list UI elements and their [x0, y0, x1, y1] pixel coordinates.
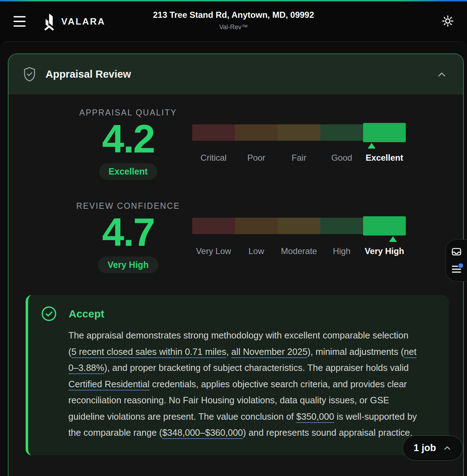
- recommendation-card: Accept The appraisal demonstrates strong…: [26, 295, 449, 455]
- scale-segment: [192, 124, 235, 141]
- product-name: Val-Rev™: [105, 24, 362, 31]
- header-title-block: 213 Tree Stand Rd, Anytown, MD, 09992 Va…: [105, 10, 362, 31]
- scale-label: Low: [235, 246, 278, 256]
- jobs-button[interactable]: 1 job: [403, 435, 463, 461]
- confidence-scale: Very LowLowModerateHighVery High: [192, 216, 406, 256]
- scale-segment: [363, 123, 406, 142]
- scale-segment: [235, 124, 278, 141]
- scale-segment: [192, 218, 235, 234]
- recommendation-text-segment: ), and proper bracketing of subject char…: [104, 363, 409, 373]
- theme-toggle-button[interactable]: [441, 15, 454, 29]
- collapse-chevron-icon[interactable]: [436, 69, 447, 80]
- brand: VALARA: [41, 12, 105, 31]
- app-header: VALARA 213 Tree Stand Rd, Anytown, MD, 0…: [0, 1, 467, 41]
- content-panel: Appraisal Review APPRAISAL QUALITY 4.2 E…: [0, 41, 467, 476]
- scale-segment: [320, 218, 363, 234]
- confidence-label: REVIEW CONFIDENCE: [73, 201, 183, 211]
- floating-toolbar: [446, 239, 467, 281]
- scale-label: High: [320, 246, 363, 256]
- inbox-icon: [451, 246, 462, 257]
- scale-segment: [235, 218, 278, 234]
- check-circle-icon: [41, 306, 57, 322]
- quality-scale-labels: CriticalPoorFairGoodExcellent: [192, 153, 406, 163]
- quality-pointer-icon: [368, 143, 376, 149]
- recommendation-title: Accept: [69, 308, 104, 320]
- menu-button[interactable]: [14, 16, 26, 27]
- confidence-scale-labels: Very LowLowModerateHighVery High: [192, 246, 406, 256]
- recommendation-text-segment: ), minimal adjustments (: [308, 347, 404, 357]
- scale-label: Good: [320, 153, 363, 163]
- queue-button[interactable]: [451, 264, 462, 275]
- scale-label: Poor: [235, 153, 278, 163]
- scale-segment: [278, 124, 320, 141]
- reference-link[interactable]: all November 2025: [231, 347, 308, 357]
- scale-label: Moderate: [278, 246, 320, 256]
- sun-icon: [441, 15, 454, 27]
- notification-dot: [458, 263, 463, 268]
- scale-segment: [278, 218, 320, 234]
- recommendation-text-segment: ) and represents sound appraisal practic…: [243, 428, 413, 438]
- confidence-scale-bar: [192, 216, 406, 236]
- quality-scale: CriticalPoorFairGoodExcellent: [192, 123, 406, 163]
- quality-scale-bar: [192, 123, 406, 142]
- card-title: Appraisal Review: [46, 68, 131, 80]
- quality-score: 4.2: [73, 119, 183, 159]
- scale-label: Very Low: [192, 246, 235, 256]
- hamburger-icon: [14, 16, 26, 17]
- jobs-count-label: 1 job: [414, 443, 436, 454]
- appraisal-review-header[interactable]: Appraisal Review: [9, 54, 463, 94]
- valara-logo-icon: [41, 12, 58, 31]
- confidence-pointer-icon: [389, 236, 397, 242]
- confidence-metric: REVIEW CONFIDENCE 4.7 Very High Very Low…: [9, 201, 463, 273]
- reference-link[interactable]: Certified Residential: [68, 379, 149, 389]
- jobs-chevron-icon: [442, 443, 452, 453]
- card-body: APPRAISAL QUALITY 4.2 Excellent Critical…: [9, 94, 463, 455]
- property-address: 213 Tree Stand Rd, Anytown, MD, 09992: [105, 10, 362, 20]
- reference-link[interactable]: 5 recent closed sales within 0.71 miles: [72, 347, 226, 357]
- recommendation-text-segment: ,: [226, 347, 231, 357]
- scale-label: Critical: [192, 153, 235, 163]
- inbox-button[interactable]: [451, 246, 462, 257]
- quality-badge: Excellent: [99, 163, 157, 180]
- brand-name: VALARA: [61, 16, 105, 27]
- recommendation-text: The appraisal demonstrates strong method…: [68, 327, 417, 441]
- quality-label: APPRAISAL QUALITY: [73, 108, 183, 118]
- appraisal-review-card: Appraisal Review APPRAISAL QUALITY 4.2 E…: [8, 53, 464, 476]
- reference-link[interactable]: $350,000: [296, 412, 334, 421]
- shield-check-icon: [22, 66, 37, 83]
- scale-segment: [363, 216, 406, 236]
- scale-segment: [320, 124, 363, 141]
- reference-link[interactable]: $348,000–$360,000: [162, 428, 243, 438]
- scale-label: Very High: [363, 246, 406, 256]
- confidence-badge: Very High: [98, 257, 158, 273]
- quality-metric: APPRAISAL QUALITY 4.2 Excellent Critical…: [9, 108, 463, 180]
- scale-label: Fair: [278, 153, 320, 163]
- scale-label: Excellent: [363, 153, 406, 163]
- confidence-score: 4.7: [73, 212, 183, 252]
